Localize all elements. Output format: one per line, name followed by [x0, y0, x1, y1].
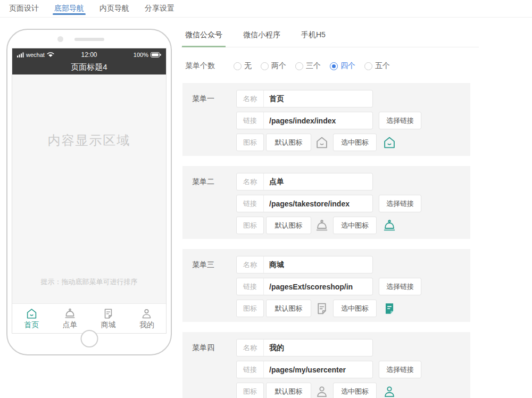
cloche-icon: [383, 219, 396, 233]
phone-tab-label: 我的: [139, 320, 154, 330]
phone-tab-label: 首页: [24, 320, 39, 330]
menu-section-2: 菜单二 名称 链接 选择链接 图标 默认图标 选中图标: [182, 166, 470, 239]
choose-link-button[interactable]: 选择链接: [379, 112, 421, 129]
cloche-icon: [64, 308, 76, 320]
name-input[interactable]: [264, 91, 372, 106]
phone-tab-label: 点单: [62, 320, 77, 330]
name-field-group: 名称: [236, 339, 373, 356]
link-input[interactable]: [264, 113, 372, 128]
clock-label: 12:00: [81, 51, 97, 59]
phone-tab-mall[interactable]: 商城: [89, 304, 128, 333]
default-icon-button[interactable]: 默认图标: [266, 134, 311, 151]
home-icon: [315, 136, 329, 150]
name-field-group: 名称: [236, 90, 373, 107]
selected-icon-button[interactable]: 选中图标: [333, 300, 377, 317]
config-panel: 微信公众号 微信小程序 手机H5 菜单个数 无 两个 三个 四个 五个 菜单一: [181, 24, 479, 398]
document-icon: [383, 302, 396, 316]
link-input[interactable]: [264, 362, 372, 377]
icon-field-label: 图标: [236, 134, 264, 151]
selected-icon-button[interactable]: 选中图标: [333, 217, 377, 234]
menu-section-1: 菜单一 名称 链接 选择链接 图标 默认图标 选中图标: [182, 83, 470, 156]
radio-none[interactable]: 无: [234, 61, 252, 71]
radio-two[interactable]: 两个: [261, 61, 286, 71]
nav-item-share-settings[interactable]: 分享设置: [143, 0, 176, 17]
battery-label: 100%: [134, 52, 148, 58]
name-input[interactable]: [264, 174, 372, 189]
person-icon: [383, 385, 396, 398]
phone-preview: wechat 12:00 100% 页面标题4 内容显示区域 提示：拖动底部菜单…: [6, 29, 172, 355]
selected-icon-button[interactable]: 选中图标: [333, 134, 377, 151]
radio-five[interactable]: 五个: [364, 61, 390, 71]
phone-tab-mine[interactable]: 我的: [128, 304, 166, 333]
link-field-label: 链接: [237, 112, 264, 129]
nav-item-page-design[interactable]: 页面设计: [7, 0, 40, 17]
name-input[interactable]: [264, 340, 372, 355]
radio-circle[interactable]: [261, 62, 269, 70]
phone-home-button: [80, 330, 98, 347]
menu-count-row: 菜单个数 无 两个 三个 四个 五个: [181, 61, 479, 71]
page-title: 页面标题4: [12, 61, 166, 74]
link-input[interactable]: [264, 196, 372, 211]
drag-sort-hint: 提示：拖动底部菜单可进行排序: [12, 277, 166, 287]
top-nav: 页面设计 底部导航 内页导航 分享设置: [0, 0, 532, 18]
default-icon-button[interactable]: 默认图标: [266, 300, 311, 317]
link-field-group: 链接: [236, 112, 373, 129]
document-icon: [102, 308, 114, 320]
content-placeholder: 内容显示区域: [12, 132, 166, 149]
radio-circle[interactable]: [295, 62, 303, 70]
menu-count-label: 菜单个数: [185, 61, 215, 71]
phone-tab-label: 商城: [101, 320, 116, 330]
menu-section-3: 菜单三 名称 链接 选择链接 图标 默认图标 选中图标: [182, 249, 470, 322]
radio-circle[interactable]: [330, 62, 338, 70]
person-icon: [140, 308, 153, 320]
phone-screen: wechat 12:00 100% 页面标题4 内容显示区域 提示：拖动底部菜单…: [12, 48, 167, 334]
link-field-label: 链接: [237, 278, 264, 295]
phone-speaker-bar: [74, 38, 104, 41]
document-icon: [315, 302, 329, 316]
home-icon: [383, 136, 396, 150]
name-field-group: 名称: [236, 173, 373, 190]
phone-tab-bar: 首页 点单 商城 我的: [12, 303, 166, 333]
menu-section-title: 菜单四: [192, 343, 214, 353]
cloche-icon: [315, 219, 329, 233]
default-icon-button[interactable]: 默认图标: [266, 217, 311, 234]
carrier-label: wechat: [26, 52, 45, 58]
radio-circle[interactable]: [364, 62, 372, 70]
icon-field-label: 图标: [236, 383, 264, 398]
nav-item-bottom-nav[interactable]: 底部导航: [53, 0, 86, 17]
selected-icon-button[interactable]: 选中图标: [333, 383, 377, 398]
platform-tabs: 微信公众号 微信小程序 手机H5: [181, 24, 479, 47]
phone-tab-home[interactable]: 首页: [12, 304, 51, 333]
icon-field-label: 图标: [236, 217, 264, 234]
choose-link-button[interactable]: 选择链接: [379, 278, 421, 295]
nav-item-inner-nav[interactable]: 内页导航: [98, 0, 131, 17]
tab-wechat-official[interactable]: 微信公众号: [182, 24, 226, 47]
tab-wechat-miniprogram[interactable]: 微信小程序: [240, 24, 284, 47]
content-area: 内容显示区域 提示：拖动底部菜单可进行排序: [12, 74, 166, 303]
name-field-label: 名称: [237, 256, 264, 273]
radio-three[interactable]: 三个: [295, 61, 321, 71]
default-icon-button[interactable]: 默认图标: [266, 383, 311, 398]
name-field-label: 名称: [237, 90, 264, 107]
phone-tab-order[interactable]: 点单: [51, 304, 89, 333]
link-field-group: 链接: [236, 361, 373, 378]
name-field-group: 名称: [236, 256, 373, 273]
menu-section-title: 菜单一: [192, 94, 214, 104]
link-field-group: 链接: [236, 278, 373, 295]
menu-section-title: 菜单二: [192, 177, 214, 187]
signal-icon: [17, 52, 24, 57]
name-input[interactable]: [264, 257, 372, 272]
radio-circle[interactable]: [234, 62, 242, 70]
phone-status-bar: wechat 12:00 100%: [12, 48, 166, 61]
battery-icon: [151, 52, 161, 57]
choose-link-button[interactable]: 选择链接: [379, 361, 421, 378]
menu-section-4: 菜单四 名称 链接 选择链接 图标 默认图标 选中图标: [182, 332, 470, 398]
home-icon: [26, 308, 38, 320]
tab-mobile-h5[interactable]: 手机H5: [298, 24, 329, 47]
link-input[interactable]: [264, 279, 372, 294]
choose-link-button[interactable]: 选择链接: [379, 195, 421, 212]
link-field-group: 链接: [236, 195, 373, 212]
radio-four[interactable]: 四个: [330, 61, 355, 71]
menu-section-title: 菜单三: [192, 260, 214, 270]
name-field-label: 名称: [237, 339, 264, 356]
